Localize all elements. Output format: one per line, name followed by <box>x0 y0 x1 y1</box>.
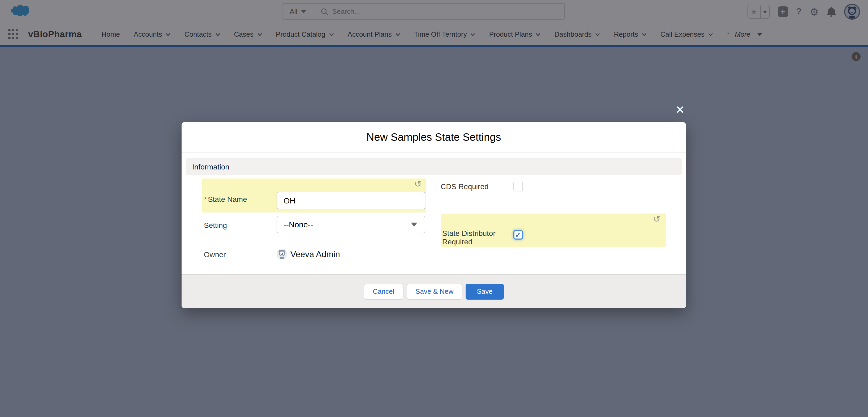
undo-icon[interactable]: ↺ <box>414 180 422 188</box>
section-title: Information <box>192 162 229 171</box>
cds-required-checkbox[interactable] <box>514 182 523 191</box>
new-samples-state-settings-modal: ✕ New Samples State Settings Information… <box>182 122 686 308</box>
setting-selected-value: --None-- <box>283 220 411 229</box>
app-stage: All ★ + ? ⚙ <box>0 0 868 417</box>
checkmark-icon: ✓ <box>515 231 521 239</box>
modal-title: New Samples State Settings <box>182 122 686 152</box>
astro-avatar-icon <box>277 248 287 259</box>
cancel-button[interactable]: Cancel <box>364 284 403 299</box>
cds-required-label: CDS Required <box>441 182 489 191</box>
state-name-label: *State Name <box>204 195 247 204</box>
save-and-new-button[interactable]: Save & New <box>406 284 462 299</box>
required-asterisk: * <box>204 195 207 204</box>
close-icon: ✕ <box>675 103 685 116</box>
state-distributor-required-checkbox[interactable]: ✓ <box>514 230 523 240</box>
setting-select[interactable]: --None-- <box>277 216 425 233</box>
owner-label: Owner <box>204 250 226 259</box>
modal-footer: Cancel Save & New Save <box>182 274 686 308</box>
owner-value: Veeva Admin <box>290 250 340 259</box>
save-button[interactable]: Save <box>466 284 503 299</box>
state-distributor-required-label: State Distributor Required <box>442 229 506 246</box>
owner-avatar <box>277 248 287 259</box>
close-button[interactable]: ✕ <box>673 103 687 117</box>
setting-label: Setting <box>204 221 227 230</box>
information-section-header: Information <box>186 158 682 175</box>
caret-down-icon <box>411 222 417 227</box>
undo-icon[interactable]: ↺ <box>653 215 661 224</box>
state-name-input[interactable] <box>277 192 425 209</box>
